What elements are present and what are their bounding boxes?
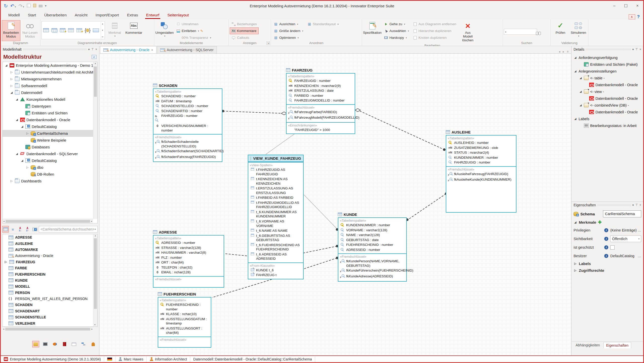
list-item-schadenstelle[interactable]: SCHADENSTELLE xyxy=(3,314,97,320)
beziehungen-button[interactable]: Beziehungen xyxy=(230,21,259,27)
expander-icon[interactable]: ◢ xyxy=(15,152,19,155)
paste-icon[interactable] xyxy=(33,3,36,9)
table-row[interactable]: "FAHRZEUGID" > 1000 xyxy=(288,127,353,133)
gallery-item-tbladd[interactable]: + xyxy=(59,23,66,38)
kommentare-button[interactable]: AbKommentare xyxy=(230,27,259,34)
maximize-button[interactable]: ☐ xyxy=(620,2,632,10)
table-row[interactable]: nNAUSSTELLUNGSDATUM : timestamp xyxy=(160,317,209,326)
umrahmen-button[interactable]: ☐Umrahmen xyxy=(174,21,213,27)
menu-tab-seitenlayout[interactable]: Seitenlayout xyxy=(163,11,193,19)
model-search-view-icon[interactable]: ⌕ xyxy=(92,55,97,59)
expander-icon[interactable]: ◢ xyxy=(579,90,582,93)
table-title[interactable]: KUNDE xyxy=(338,212,407,217)
refresh-icon[interactable]: ↻ xyxy=(4,3,8,9)
panel-dropdown-icon[interactable]: ▾ xyxy=(88,48,90,51)
ribbon-collapse-button[interactable]: ∧ xyxy=(629,14,635,19)
menu-tab-start[interactable]: Start xyxy=(24,11,40,19)
auswählen-button[interactable]: Auswählen▾ xyxy=(382,27,411,34)
expander-icon[interactable]: ◢ xyxy=(5,64,8,67)
table-row[interactable]: nNAUSSTELLUNGSORT : char(64) xyxy=(160,326,209,335)
diagram-table-view-kunde-fahrzeug[interactable]: VIEW_KUNDE_FAHRZEUG«View-Spalten»t.FAHRZ… xyxy=(248,155,304,279)
größe-ändern-button[interactable]: ⊞Größe ändern▾ xyxy=(272,27,305,34)
table-row[interactable]: nNSTRASSE : varchar2(128) xyxy=(155,245,222,250)
details-item-anlegevoreinstellungen[interactable]: ◢Anlegevoreinstellungen xyxy=(572,68,643,75)
info-icon[interactable]: i xyxy=(604,228,608,232)
list-item-automarke[interactable]: AUTOMARKE xyxy=(3,247,97,253)
list-item-schadenart[interactable]: SCHADENART xyxy=(3,308,97,314)
table-row[interactable]: SCHADENSTELLEID : number xyxy=(155,104,220,109)
details-pin-icon[interactable]: ⊤ xyxy=(635,48,638,51)
list-vertical-scrollbar[interactable]: ▴▾ xyxy=(93,234,97,326)
tree-item-softwaremodell[interactable]: ▷Softwaremodell xyxy=(3,82,97,89)
tree-item-carrentalschema[interactable]: ▷CarRentalSchema xyxy=(3,130,97,137)
tree-item-unternehmensarchitekturmodell-mit-archimate[interactable]: ▷Unternehmensarchitekturmodell mit Archi… xyxy=(3,69,97,76)
tree-horizontal-scrollbar[interactable]: ◂▸ xyxy=(3,219,93,223)
gehe-zu-button[interactable]: Gehe zu▾ xyxy=(382,21,411,27)
tab-close-icon[interactable]: × xyxy=(151,48,153,52)
menu-tab-entwurf[interactable]: Entwurf xyxy=(142,11,164,19)
minimize-button[interactable]: – xyxy=(609,2,620,10)
menu-tab-ansicht[interactable]: Ansicht xyxy=(71,11,92,19)
documentation-icon[interactable] xyxy=(61,341,68,347)
table-row[interactable]: nNHAUSNUMMER : varchar2(8) xyxy=(155,250,222,255)
table-row[interactable]: 0TELEFON : char(32) xyxy=(155,265,222,270)
qat-customize-icon[interactable]: ▾ xyxy=(45,4,47,8)
aus-diagramm-entfernen-button[interactable]: Aus Diagramm entfernen xyxy=(411,21,458,27)
simulieren-button[interactable]: Simulieren▾ xyxy=(570,20,587,41)
expander-icon[interactable]: ◢ xyxy=(15,98,19,101)
more-button[interactable]: … xyxy=(638,228,641,232)
table-row[interactable]: nNPLZ : number xyxy=(155,255,222,260)
table-row[interactable]: FfkSchadenFahrzeug(FAHRZEUGID) xyxy=(155,154,220,160)
expander-icon[interactable]: ▷ xyxy=(574,269,577,272)
details-close-icon[interactable]: × xyxy=(639,48,641,51)
schema-name-field[interactable]: CarRentalSchema xyxy=(603,210,641,217)
tree-item-dbo[interactable]: ▷dbo xyxy=(3,164,97,171)
tree-item-defaultcatalog[interactable]: ◢DefaultCatalog xyxy=(3,123,97,130)
details-item-view[interactable]: ◢<- view - xyxy=(572,88,643,95)
tree-item-mietwagenunternehmen[interactable]: ▷Mietwagenunternehmen xyxy=(3,76,97,82)
table-row[interactable]: nNDATUM : timestamp xyxy=(155,99,220,104)
sort-az-asc-button[interactable]: AZ↑ xyxy=(24,226,31,233)
dialog-launcher-icon[interactable]: ⇲ xyxy=(266,41,270,45)
details-dropdown-icon[interactable]: ▾ xyxy=(632,48,634,51)
message-icon[interactable] xyxy=(70,341,77,347)
00-transparenz-button[interactable]: 00% Transparenz▾ xyxy=(174,34,213,41)
menu-tab-überarbeiten[interactable]: Überarbeiten xyxy=(40,11,71,19)
callouts-button[interactable]: Callouts xyxy=(230,34,259,41)
merkmal-button[interactable]: Merkmal▾ xyxy=(105,20,124,41)
expander-icon[interactable]: ◢ xyxy=(579,76,582,80)
table-row[interactable]: t_6.FUEHRERSCHEINID AS FUEHRERSCHEINID xyxy=(250,243,302,252)
list-view-button[interactable]: ≡ xyxy=(10,226,16,233)
info-icon[interactable]: i xyxy=(604,254,608,258)
list-item-farbe[interactable]: FARBE xyxy=(3,265,97,271)
tree-item-databases[interactable]: Databases xyxy=(3,144,97,150)
diagram-content-gallery[interactable]: ++{}▴▾≂ xyxy=(42,21,105,39)
table-row[interactable]: KUNDENNUMMER : number xyxy=(340,223,405,228)
table-row[interactable]: FfkAusleiheFahrzeug(FAHRZEUGID) xyxy=(448,172,514,177)
expander-icon[interactable]: ◢ xyxy=(20,159,24,162)
menu-tab-extras[interactable]: Extras xyxy=(123,11,142,19)
properties-close-icon[interactable]: × xyxy=(639,203,641,207)
diagram-table-fuehrerschein[interactable]: FUEHRERSCHEIN«Tabellenspalten»FUEHRERSCH… xyxy=(158,291,211,348)
gallery-item-tblsel[interactable] xyxy=(67,23,74,38)
schema-search-input[interactable]: <CarRentalSchema durchsuchen> ▾ xyxy=(39,226,98,233)
table-row[interactable]: t.FARBEID AS FARBEID xyxy=(250,195,302,200)
section-labels[interactable]: ▷Labels xyxy=(572,260,643,267)
hierarchie-duplizieren-button[interactable]: Hierarchie duplizieren xyxy=(411,27,458,34)
kommentar-button[interactable]: AbcKommentar xyxy=(125,20,143,41)
table-row[interactable]: GEBURTSTAG : date xyxy=(340,238,405,243)
expander-icon[interactable]: ◢ xyxy=(10,91,13,94)
table-row[interactable]: nNKLASSE : nchar(10) xyxy=(160,312,209,317)
details-item-bearbeitungsstatus-in-arbeit[interactable]: Bearbeitungsstatus: in Arbeit xyxy=(572,122,643,129)
diagram-search-input[interactable]: ▾ xyxy=(504,29,537,35)
table-row[interactable]: FAHRZEUG t xyxy=(250,273,302,278)
tree-item-datenbankmodell-oracle[interactable]: ◢Datenbankmodell - Oracle xyxy=(3,116,97,123)
tree-vertical-scrollbar[interactable]: ▴ xyxy=(93,62,97,219)
list-item-adresse[interactable]: ADRESSE xyxy=(3,234,97,240)
gallery-item-rect[interactable] xyxy=(92,23,100,38)
list-item-autovermietung-oracle[interactable]: Autovermietung - Oracle xyxy=(3,253,97,259)
table-row[interactable]: VORNAME : varchar2(128) xyxy=(340,228,405,233)
table-row[interactable]: t_6.NAME AS NAME xyxy=(250,228,302,233)
help-icon[interactable]: ? xyxy=(637,14,640,19)
list-item-person[interactable]: PERSON xyxy=(3,290,97,296)
